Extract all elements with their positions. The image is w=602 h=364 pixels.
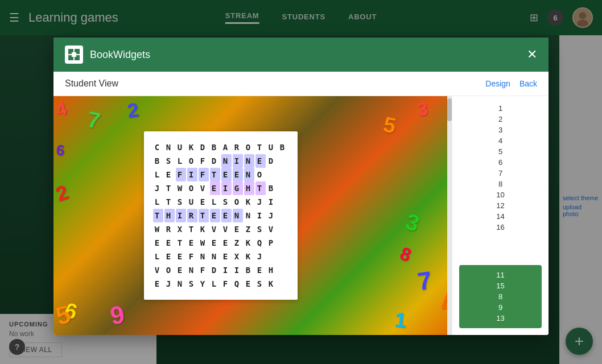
number-item-1: 1	[459, 103, 542, 114]
cell-5-6: E	[221, 209, 232, 222]
cell-4-5: L	[210, 195, 220, 209]
cell-10-1: J	[164, 277, 175, 291]
cell-3-7: G	[233, 181, 243, 195]
cell-9-3: N	[187, 263, 197, 277]
cell-8-3: F	[187, 250, 197, 263]
cell-8-8: K	[244, 250, 254, 263]
cell-6-4: K	[199, 222, 209, 236]
wordsearch-right-panel: 1 2 3 4 5 6 7 8 10 12 14 16 11 15	[452, 96, 549, 335]
modal-close-button[interactable]: ✕	[527, 48, 537, 61]
cell-9-4: F	[199, 263, 209, 277]
cell-5-9: I	[255, 209, 266, 222]
dec-num-14: 6	[56, 141, 65, 159]
cell-7-0: E	[153, 236, 163, 250]
cell-5-8: N	[244, 209, 254, 222]
cell-4-2: S	[176, 195, 186, 209]
scroll-thumb	[447, 98, 452, 121]
cell-3-0: J	[153, 181, 163, 195]
back-link[interactable]: Back	[519, 79, 537, 88]
found-8: 8	[464, 291, 537, 302]
cell-5-0: T	[153, 209, 163, 222]
modal-actions: Design Back	[485, 79, 537, 88]
cell-2-9: O	[255, 168, 266, 181]
cell-1-10: D	[267, 154, 277, 168]
grid-row-2: L E F I F T E E N O	[153, 168, 288, 181]
dec-num-4: 5	[381, 112, 398, 138]
cell-0-0: C	[153, 140, 163, 154]
dec-num-9: 1	[394, 308, 407, 333]
grid-row-9: V O E N F D I I B E H	[153, 263, 288, 277]
number-item-16: 16	[459, 222, 542, 233]
modal-subtitle: Student View	[65, 78, 118, 89]
design-link[interactable]: Design	[485, 79, 510, 88]
cell-1-0: B	[153, 154, 163, 168]
cell-4-9: J	[255, 195, 266, 209]
cell-6-5: V	[210, 222, 220, 236]
cell-4-10: I	[267, 195, 277, 209]
cell-0-4: D	[199, 140, 209, 154]
cell-7-7: Z	[233, 236, 243, 250]
found-9: 9	[464, 302, 537, 313]
number-list: 1 2 3 4 5 6 7 8 10 12 14 16	[459, 103, 542, 260]
cell-7-5: E	[210, 236, 220, 250]
found-15: 15	[464, 280, 537, 291]
cell-10-2: N	[176, 277, 186, 291]
cell-10-3: S	[187, 277, 197, 291]
modal-header: BookWidgets ✕	[53, 38, 549, 72]
cell-1-9: E	[255, 154, 266, 168]
cell-8-4: N	[199, 250, 209, 263]
number-item-5: 5	[459, 146, 542, 157]
scroll-track	[447, 96, 452, 335]
wordsearch-grid: C N U K D B A R O T U B	[153, 140, 288, 291]
cell-1-8: N	[244, 154, 254, 168]
cell-1-7: I	[233, 154, 243, 168]
cell-9-10: H	[267, 263, 277, 277]
cell-6-2: X	[176, 222, 186, 236]
cell-0-3: K	[187, 140, 197, 154]
dec-num-12: 3	[403, 209, 423, 237]
cell-7-6: E	[221, 236, 232, 250]
cell-6-6: V	[221, 222, 232, 236]
cell-4-3: U	[187, 195, 197, 209]
cell-10-0: E	[153, 277, 163, 291]
cell-2-8: N	[244, 168, 254, 181]
cell-9-5: D	[210, 263, 220, 277]
cell-3-4: V	[199, 181, 209, 195]
number-item-6: 6	[459, 157, 542, 168]
dec-num-8: 9	[108, 300, 127, 330]
cell-0-11: B	[278, 140, 288, 154]
cell-10-6: F	[221, 277, 232, 291]
modal-overlay: BookWidgets ✕ Student View Design Back	[0, 0, 602, 364]
modal-title: BookWidgets	[90, 49, 150, 61]
cell-8-6: E	[221, 250, 232, 263]
dec-num-3: 2	[126, 98, 140, 122]
grid-row-7: E E T E W E E Z K Q P	[153, 236, 288, 250]
modal: BookWidgets ✕ Student View Design Back	[53, 38, 549, 335]
found-13: 13	[464, 313, 537, 324]
grid-row-1: B S L O F D N I N E D	[153, 154, 288, 168]
cell-9-9: E	[255, 263, 266, 277]
cell-2-4: F	[199, 168, 209, 181]
cell-6-7: E	[233, 222, 243, 236]
grid-row-5: T H I R T E E N N I J	[153, 209, 288, 222]
number-item-10: 10	[459, 189, 542, 200]
grid-row-3: J T W O V E I G H T B	[153, 181, 288, 195]
cell-5-2: I	[176, 209, 186, 222]
grid-row-8: L E E F N N E X K J	[153, 250, 288, 263]
cell-4-8: K	[244, 195, 254, 209]
cell-0-6: A	[221, 140, 232, 154]
wordsearch-grid-container: C N U K D B A R O T U B	[144, 131, 298, 300]
grid-row-0: C N U K D B A R O T U B	[153, 140, 288, 154]
cell-3-1: T	[164, 181, 175, 195]
cell-0-5: B	[210, 140, 220, 154]
dec-num-13: 7	[416, 266, 434, 296]
bookwidgets-logo	[65, 46, 83, 64]
cell-7-9: Q	[255, 236, 266, 250]
modal-subheader: Student View Design Back	[53, 72, 549, 96]
cell-2-0: L	[153, 168, 163, 181]
cell-10-10: K	[267, 277, 277, 291]
cell-2-5: T	[210, 168, 220, 181]
number-item-7: 7	[459, 168, 542, 179]
number-item-14: 14	[459, 211, 542, 222]
cell-7-2: T	[176, 236, 186, 250]
